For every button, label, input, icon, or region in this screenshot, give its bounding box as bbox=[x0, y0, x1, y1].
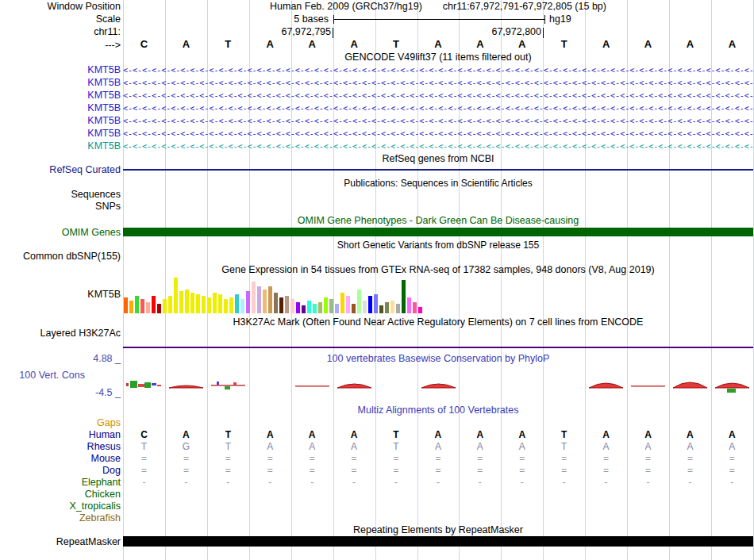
gene-strand-line[interactable]: <-<-<-<-<-<-<-<-<-<-<-<-<-<-<-<-<-<-<-<-… bbox=[123, 102, 753, 114]
gtex-tissue-bar bbox=[224, 299, 228, 313]
alignment-base: = bbox=[585, 465, 627, 477]
publications-snps-label[interactable]: SNPs bbox=[0, 201, 121, 212]
repeatmasker-item[interactable] bbox=[123, 536, 753, 547]
omim-genes-label[interactable]: OMIM Genes bbox=[0, 227, 121, 238]
multiz-track-header: Multiz Alignments of 100 Vertebrates bbox=[123, 405, 753, 416]
species-label[interactable]: Dog bbox=[0, 465, 121, 476]
alignment-row-x_tropicalis: X_tropicalis bbox=[0, 501, 754, 512]
h3k27ac-baseline bbox=[123, 347, 753, 348]
gtex-tissue-bar bbox=[363, 301, 367, 313]
alignment-base: = bbox=[291, 465, 333, 477]
species-label[interactable]: Chicken bbox=[0, 489, 121, 500]
alignment-base: - bbox=[417, 477, 459, 489]
alignment-base: A bbox=[585, 441, 627, 453]
alignment-base: A bbox=[291, 429, 333, 441]
conservation-mixed-mark bbox=[123, 359, 165, 394]
conservation-ymax-label: 4.88 _ bbox=[0, 353, 121, 364]
gene-strand-line[interactable]: <-<-<-<-<-<-<-<-<-<-<-<-<-<-<-<-<-<-<-<-… bbox=[123, 64, 753, 76]
gtex-tissue-bar bbox=[190, 293, 194, 313]
gtex-tissue-bar bbox=[140, 299, 144, 313]
gtex-tissue-bar bbox=[240, 299, 244, 313]
alignment-base: - bbox=[543, 477, 585, 489]
alignment-base: A bbox=[333, 429, 375, 441]
gene-strand-line[interactable]: <-<-<-<-<-<-<-<-<-<-<-<-<-<-<-<-<-<-<-<-… bbox=[123, 128, 753, 140]
species-label[interactable]: Mouse bbox=[0, 453, 121, 464]
refseq-curated-label[interactable]: RefSeq Curated bbox=[0, 164, 121, 175]
conservation-track-label[interactable]: 100 Vert. Cons bbox=[0, 370, 85, 381]
alignment-base: = bbox=[417, 465, 459, 477]
gtex-tissue-bar bbox=[213, 293, 217, 313]
gtex-tissue-bar bbox=[290, 299, 294, 313]
alignment-row-rhesus: RhesusTGTAAATAAATAAAA bbox=[0, 441, 754, 453]
species-label[interactable]: Rhesus bbox=[0, 441, 121, 452]
conservation-wiggle[interactable] bbox=[123, 359, 753, 397]
gene-label[interactable]: KMT5B bbox=[0, 102, 121, 113]
conservation-arc-mark bbox=[669, 359, 711, 394]
alignment-base: - bbox=[585, 477, 627, 489]
alignment-base: = bbox=[669, 453, 711, 465]
dbsnp-track-label[interactable]: Common dbSNP(155) bbox=[0, 251, 121, 262]
gtex-tissue-bar bbox=[135, 296, 139, 313]
gene-label[interactable]: KMT5B bbox=[0, 115, 121, 126]
coordinate-tick-label: 67,972,795 bbox=[254, 26, 331, 37]
alignment-base: - bbox=[123, 477, 165, 489]
h3k27ac-track-label[interactable]: Layered H3K27Ac bbox=[0, 328, 121, 339]
gtex-expression-barchart[interactable] bbox=[124, 276, 422, 313]
repeatmasker-track-label[interactable]: RepeatMasker bbox=[0, 536, 121, 547]
base-letter: A bbox=[501, 39, 543, 50]
publications-sequences-label[interactable]: Sequences bbox=[0, 189, 121, 200]
gtex-gene-label[interactable]: KMT5B bbox=[0, 289, 121, 300]
gene-strand-line[interactable]: <-<-<-<-<-<-<-<-<-<-<-<-<-<-<-<-<-<-<-<-… bbox=[123, 140, 753, 152]
gene-label[interactable]: KMT5B bbox=[0, 128, 121, 139]
species-label[interactable]: Gaps bbox=[0, 417, 121, 428]
alignment-base: = bbox=[459, 465, 501, 477]
alignment-bases: =============== bbox=[123, 453, 753, 465]
omim-gene-item[interactable] bbox=[123, 228, 753, 236]
alignment-base: A bbox=[669, 429, 711, 441]
alignment-row-chicken: Chicken bbox=[0, 489, 754, 501]
position-title-row: Human Feb. 2009 (GRCh37/hg19) chr11:67,9… bbox=[123, 1, 753, 12]
gtex-tissue-bar bbox=[152, 296, 156, 313]
alignment-base: = bbox=[711, 453, 753, 465]
gtex-tissue-bar bbox=[390, 301, 394, 313]
conservation-ticks-mark bbox=[207, 359, 249, 394]
gene-strand-line[interactable]: <-<-<-<-<-<-<-<-<-<-<-<-<-<-<-<-<-<-<-<-… bbox=[123, 90, 753, 102]
species-label[interactable]: Human bbox=[0, 429, 121, 440]
alignment-base: - bbox=[459, 477, 501, 489]
alignment-base: A bbox=[711, 429, 753, 441]
species-label[interactable]: Zebrafish bbox=[0, 512, 121, 524]
base-letter: T bbox=[543, 39, 585, 50]
gtex-tissue-bar bbox=[263, 290, 267, 313]
gene-label[interactable]: KMT5B bbox=[0, 64, 121, 75]
gene-strand-line[interactable]: <-<-<-<-<-<-<-<-<-<-<-<-<-<-<-<-<-<-<-<-… bbox=[123, 77, 753, 89]
gtex-tissue-bar bbox=[385, 302, 389, 313]
alignment-base: A bbox=[501, 429, 543, 441]
h3k27ac-track-header: H3K27Ac Mark (Often Found Near Active Re… bbox=[123, 316, 753, 328]
alignment-base: = bbox=[669, 465, 711, 477]
gene-label[interactable]: KMT5B bbox=[0, 77, 121, 88]
species-label[interactable]: X_tropicalis bbox=[0, 501, 121, 512]
gtex-tissue-bar bbox=[235, 294, 239, 313]
alignment-base: A bbox=[291, 441, 333, 453]
alignment-base: = bbox=[207, 465, 249, 477]
gtex-tissue-bar bbox=[307, 301, 311, 313]
alignment-base: = bbox=[627, 453, 669, 465]
gene-strand-line[interactable]: <-<-<-<-<-<-<-<-<-<-<-<-<-<-<-<-<-<-<-<-… bbox=[123, 115, 753, 127]
alignment-base: A bbox=[627, 441, 669, 453]
base-sequence-row[interactable]: CATAAATAAATAAAA bbox=[123, 39, 753, 50]
gene-label[interactable]: KMT5B bbox=[0, 90, 121, 101]
gtex-tissue-bar bbox=[157, 304, 161, 313]
position-title: chr11:67,972,791-67,972,805 (15 bp) bbox=[443, 1, 606, 12]
species-label[interactable]: Elephant bbox=[0, 477, 121, 488]
alignment-base: T bbox=[123, 441, 165, 453]
gene-label[interactable]: KMT5B bbox=[0, 140, 121, 152]
assembly-title: Human Feb. 2009 (GRCh37/hg19) bbox=[270, 1, 422, 12]
refseq-curated-item[interactable] bbox=[123, 169, 753, 171]
alignment-base: - bbox=[711, 477, 753, 489]
genome-browser-view: Window Position Human Feb. 2009 (GRCh37/… bbox=[0, 0, 754, 560]
gtex-tissue-bar bbox=[163, 299, 167, 313]
refseq-track-header: RefSeq genes from NCBI bbox=[123, 153, 753, 164]
scale-value: 5 bases bbox=[249, 13, 329, 25]
alignment-base: C bbox=[123, 429, 165, 441]
alignment-base: - bbox=[627, 477, 669, 489]
